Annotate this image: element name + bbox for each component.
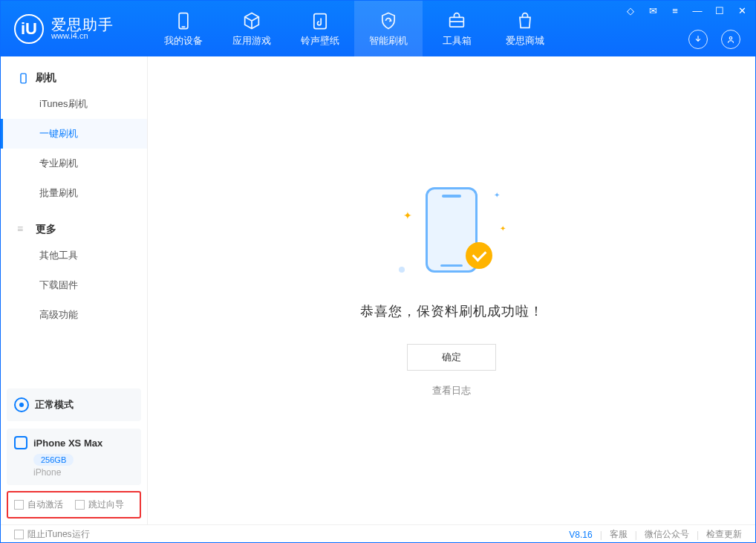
success-illustration: ✦ ✦ ✦ (403, 183, 500, 280)
sidebar-head-more: ≡ 更多 (1, 218, 147, 241)
nav-flash[interactable]: 智能刷机 (354, 1, 423, 56)
device-capacity: 256GB (33, 454, 74, 466)
nav-label: 应用游戏 (232, 34, 271, 48)
checkbox-block-itunes[interactable]: 阻止iTunes运行 (14, 528, 90, 541)
nav-label: 爱思商城 (506, 34, 544, 48)
top-nav: 我的设备 应用游戏 铃声壁纸 智能刷机 工具箱 爱思商城 (149, 1, 559, 56)
logo-icon: iU (14, 14, 44, 44)
sidebar-head-flash: 刷机 (1, 67, 147, 89)
sidebar-item-other-tools[interactable]: 其他工具 (1, 241, 147, 270)
checkbox-auto-activate[interactable]: 自动激活 (14, 498, 63, 511)
sidebar: 刷机 iTunes刷机 一键刷机 专业刷机 批量刷机 ≡ 更多 其他工具 下载固… (1, 56, 148, 524)
sidebar-item-pro-flash[interactable]: 专业刷机 (1, 149, 147, 178)
checkbox-skip-wizard[interactable]: 跳过向导 (75, 498, 124, 511)
nav-label: 铃声壁纸 (301, 34, 339, 48)
window-controls: ◇ ✉ ≡ — ☐ ✕ (625, 5, 748, 16)
app-title: 爱思助手 (51, 17, 114, 32)
device-type: iPhone (33, 467, 134, 478)
minimize-button[interactable]: — (691, 5, 703, 16)
account-button[interactable] (721, 30, 740, 49)
nav-store[interactable]: 爱思商城 (491, 1, 559, 56)
feedback-icon[interactable]: ✉ (647, 5, 659, 16)
nav-label: 智能刷机 (369, 34, 408, 48)
main-panel: ✦ ✦ ✦ 恭喜您，保资料刷机成功啦！ 确定 查看日志 (148, 56, 755, 524)
device-phone-icon (14, 436, 27, 449)
sidebar-item-itunes-flash[interactable]: iTunes刷机 (1, 89, 147, 119)
checks-highlight: 自动激活 跳过向导 (7, 491, 141, 518)
success-message: 恭喜您，保资料刷机成功啦！ (360, 302, 544, 320)
refresh-shield-icon (378, 10, 399, 31)
mode-icon (14, 397, 29, 412)
footer-update[interactable]: 检查更新 (706, 528, 742, 541)
download-button[interactable] (688, 30, 708, 49)
svg-rect-2 (314, 13, 326, 28)
app-header: iU 爱思助手 www.i4.cn 我的设备 应用游戏 铃声壁纸 智能刷机 工具… (1, 1, 755, 56)
bag-icon (515, 10, 535, 31)
footer-service[interactable]: 客服 (610, 528, 628, 541)
footer: 阻止iTunes运行 V8.16 | 客服 | 微信公众号 | 检查更新 (1, 524, 755, 543)
nav-my-device[interactable]: 我的设备 (149, 1, 218, 56)
footer-wechat[interactable]: 微信公众号 (645, 528, 689, 541)
nav-apps[interactable]: 应用游戏 (218, 1, 286, 56)
sidebar-item-download-firmware[interactable]: 下载固件 (1, 270, 147, 300)
ok-button[interactable]: 确定 (407, 344, 496, 371)
mode-box[interactable]: 正常模式 (7, 388, 141, 421)
app-subtitle: www.i4.cn (51, 32, 114, 40)
logo-area: iU 爱思助手 www.i4.cn (1, 14, 149, 44)
sidebar-item-batch-flash[interactable]: 批量刷机 (1, 178, 147, 208)
music-icon (310, 10, 330, 31)
nav-toolbox[interactable]: 工具箱 (423, 1, 491, 56)
nav-ringtone[interactable]: 铃声壁纸 (286, 1, 354, 56)
nav-label: 我的设备 (164, 34, 203, 48)
view-log-link[interactable]: 查看日志 (432, 384, 471, 397)
phone-icon (173, 10, 194, 31)
list-icon: ≡ (17, 224, 30, 236)
menu-icon[interactable]: ≡ (669, 5, 681, 16)
device-name: iPhone XS Max (33, 438, 102, 449)
svg-rect-5 (21, 74, 26, 83)
sidebar-item-oneclick-flash[interactable]: 一键刷机 (1, 119, 147, 149)
phone-small-icon (17, 72, 30, 85)
close-button[interactable]: ✕ (736, 5, 748, 16)
maximize-button[interactable]: ☐ (714, 5, 726, 16)
skin-icon[interactable]: ◇ (625, 5, 636, 16)
version-label: V8.16 (569, 530, 592, 540)
check-badge-icon (466, 242, 492, 269)
nav-label: 工具箱 (443, 34, 472, 48)
svg-point-4 (729, 37, 732, 40)
sidebar-item-advanced[interactable]: 高级功能 (1, 300, 147, 330)
toolbox-icon (446, 10, 467, 31)
device-box[interactable]: iPhone XS Max 256GB iPhone (7, 429, 141, 485)
mode-label: 正常模式 (35, 398, 74, 412)
user-controls (688, 30, 740, 49)
cube-icon (241, 10, 262, 31)
